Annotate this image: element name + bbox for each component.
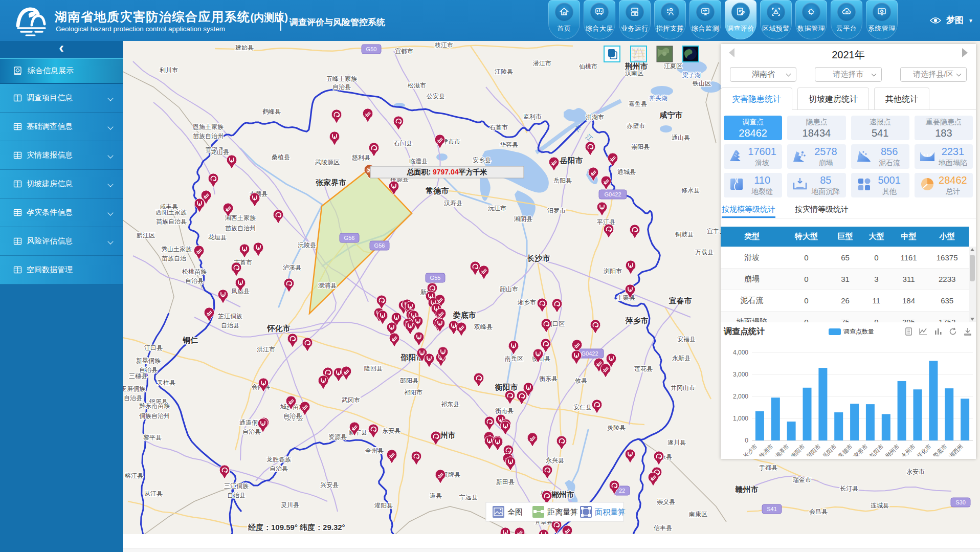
svg-text:汨罗市: 汨罗市 — [547, 207, 566, 214]
svg-text:崇阳县: 崇阳县 — [631, 143, 650, 150]
svg-text:瑞金市: 瑞金市 — [793, 476, 811, 483]
svg-text:全州县: 全州县 — [365, 447, 384, 454]
svg-text:岳阳市: 岳阳市 — [821, 443, 838, 456]
svg-text:万载县: 万载县 — [695, 249, 714, 256]
svg-text:苗族自治: 苗族自治 — [162, 255, 186, 262]
svg-text:黔江区: 黔江区 — [137, 232, 155, 239]
svg-text:黔东南苗族: 黔东南苗族 — [139, 402, 170, 409]
svg-text:华容县: 华容县 — [500, 141, 518, 148]
svg-text:松桃苗族: 松桃苗族 — [182, 268, 207, 275]
svg-text:自治县: 自治县 — [185, 277, 204, 284]
svg-text:宁远县: 宁远县 — [459, 494, 478, 501]
svg-text:慈利县: 慈利县 — [351, 154, 370, 161]
svg-text:天柱县: 天柱县 — [157, 379, 175, 386]
svg-text:祁东县: 祁东县 — [441, 401, 459, 408]
svg-text:G55: G55 — [430, 275, 441, 281]
svg-text:总面积: 9797.04平方千米: 总面积: 9797.04平方千米 — [406, 168, 487, 176]
svg-text:恩施土家族: 恩施土家族 — [192, 123, 224, 130]
svg-text:浏阳市: 浏阳市 — [604, 268, 622, 275]
svg-text:邵阳县: 邵阳县 — [399, 377, 418, 384]
svg-text:从江县: 从江县 — [144, 490, 163, 497]
svg-text:东安县: 东安县 — [382, 427, 400, 434]
svg-text:湘潭市: 湘潭市 — [774, 443, 790, 456]
svg-text:G0422: G0422 — [604, 191, 621, 197]
svg-text:芷江侗族: 芷江侗族 — [218, 313, 242, 320]
svg-text:自治县: 自治县 — [332, 83, 351, 91]
svg-text:咸宁市: 咸宁市 — [659, 111, 683, 119]
svg-text:侗族自治州: 侗族自治州 — [139, 412, 170, 419]
svg-text:安仁县: 安仁县 — [573, 404, 592, 411]
svg-text:面积量算: 面积量算 — [595, 507, 626, 516]
svg-text:赣州市: 赣州市 — [735, 485, 759, 494]
svg-text:岳阳县: 岳阳县 — [553, 177, 572, 184]
svg-text:株洲市: 株洲市 — [758, 443, 774, 456]
svg-text:长沙市: 长沙市 — [527, 254, 550, 262]
svg-text:江陵县: 江陵县 — [495, 68, 513, 75]
svg-text:永安市: 永安市 — [906, 468, 925, 475]
svg-text:遂川县: 遂川县 — [667, 439, 686, 446]
svg-text:监利市: 监利市 — [523, 113, 542, 120]
svg-text:长汀县: 长汀县 — [840, 485, 858, 492]
svg-text:武冈市: 武冈市 — [342, 396, 360, 404]
svg-text:苗族自治州: 苗族自治州 — [193, 133, 224, 140]
svg-text:永兴县: 永兴县 — [546, 457, 564, 464]
svg-text:怀化市: 怀化市 — [267, 324, 291, 333]
svg-text:怀化市: 怀化市 — [916, 443, 932, 456]
svg-text:龙胜各族: 龙胜各族 — [266, 456, 291, 463]
svg-text:炎陵县: 炎陵县 — [607, 424, 626, 431]
svg-text:沅江市: 沅江市 — [488, 205, 506, 212]
svg-text:经度：109.59° 纬度：29.32°: 经度：109.59° 纬度：29.32° — [248, 523, 345, 532]
svg-text:玉屏侗族: 玉屏侗族 — [123, 385, 145, 392]
svg-text:于都县: 于都县 — [759, 464, 777, 471]
svg-text:道县: 道县 — [430, 492, 442, 499]
svg-text:新田县: 新田县 — [496, 478, 515, 485]
svg-text:梁子湖: 梁子湖 — [682, 72, 701, 79]
svg-text:自治县: 自治县 — [124, 394, 142, 402]
svg-text:榕江县: 榕江县 — [124, 472, 143, 479]
svg-text:郴州市: 郴州市 — [551, 490, 574, 499]
svg-text:铜鼓县: 铜鼓县 — [675, 231, 694, 238]
svg-text:3,000: 3,000 — [733, 371, 748, 378]
svg-text:石门县: 石门县 — [393, 140, 412, 147]
svg-text:仙桃市: 仙桃市 — [579, 63, 597, 70]
svg-text:4,000: 4,000 — [733, 349, 748, 356]
svg-text:江口县: 江口县 — [144, 344, 163, 351]
svg-text:攸县: 攸县 — [574, 377, 587, 384]
svg-text:永州市: 永州市 — [900, 443, 917, 456]
svg-text:安乡县: 安乡县 — [473, 157, 491, 164]
svg-text:衡东县: 衡东县 — [539, 375, 558, 382]
svg-text:桑植县: 桑植县 — [272, 153, 290, 161]
svg-text:常德市: 常德市 — [837, 443, 854, 456]
svg-text:韶山市: 韶山市 — [500, 285, 518, 293]
svg-text:萍乡市: 萍乡市 — [625, 316, 649, 325]
svg-text:双峰县: 双峰县 — [474, 323, 493, 330]
svg-text:会昌县: 会昌县 — [809, 508, 828, 515]
svg-text:隆回县: 隆回县 — [364, 365, 383, 372]
svg-text:永新县: 永新县 — [672, 355, 691, 362]
svg-text:潜江市: 潜江市 — [533, 60, 551, 67]
svg-text:S30: S30 — [955, 499, 966, 505]
svg-text:沅陵县: 沅陵县 — [298, 241, 316, 249]
svg-text:秀山土家族: 秀山土家族 — [161, 246, 192, 253]
svg-text:汉寿县: 汉寿县 — [444, 200, 462, 207]
svg-text:郴州市: 郴州市 — [884, 443, 901, 456]
svg-text:枝江市: 枝江市 — [434, 41, 453, 49]
svg-text:安福县: 安福县 — [677, 336, 696, 343]
svg-text:连城县: 连城县 — [871, 502, 889, 509]
svg-text:信丰县: 信丰县 — [654, 524, 672, 532]
svg-text:湘乡市: 湘乡市 — [517, 299, 536, 306]
svg-text:洪湖市: 洪湖市 — [586, 114, 604, 121]
svg-text:娄底市: 娄底市 — [453, 311, 476, 319]
svg-text:上栗县: 上栗县 — [617, 294, 635, 301]
svg-text:修水县: 修水县 — [681, 187, 700, 194]
svg-text:衡阳市: 衡阳市 — [789, 443, 806, 456]
svg-text:邵阳市: 邵阳市 — [805, 443, 822, 456]
svg-text:益阳市: 益阳市 — [868, 443, 885, 456]
svg-text:溆浦县: 溆浦县 — [318, 282, 337, 289]
svg-text:S41: S41 — [767, 506, 777, 512]
svg-text:2,000: 2,000 — [733, 393, 748, 400]
svg-text:黎平县: 黎平县 — [143, 434, 162, 441]
svg-text:利川市: 利川市 — [159, 67, 178, 74]
svg-text:三穗县: 三穗县 — [129, 372, 147, 380]
svg-text:灵川县: 灵川县 — [281, 501, 299, 509]
